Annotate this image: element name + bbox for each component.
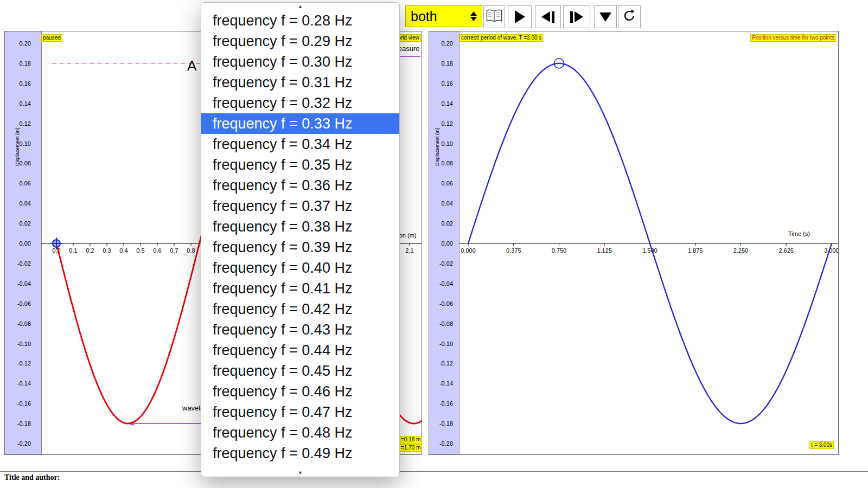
mode-select-value: both bbox=[411, 9, 437, 24]
time-badge: t = 3.00s bbox=[809, 441, 834, 449]
freq-option[interactable]: frequency f = 0.46 Hz bbox=[201, 381, 399, 402]
x-tick-label: 2.250 bbox=[733, 247, 749, 254]
freq-option[interactable]: frequency f = 0.31 Hz bbox=[201, 72, 399, 93]
x-tick-label: 0.750 bbox=[552, 247, 567, 254]
time-axis-label: Time (s) bbox=[788, 230, 810, 237]
y-tick-label: 0.04 bbox=[20, 200, 31, 207]
freq-option[interactable]: frequency f = 0.47 Hz bbox=[201, 402, 399, 422]
x-tick-label: 1.125 bbox=[597, 247, 612, 254]
y-tick-label: 0.00 bbox=[442, 240, 453, 247]
y-tick-label: -0.20 bbox=[439, 440, 453, 447]
freq-option[interactable]: frequency f = 0.39 Hz bbox=[201, 237, 399, 258]
x-tick-label: 0.375 bbox=[506, 247, 521, 254]
y-tick-label: 0.16 bbox=[20, 80, 31, 87]
y-tick-label: 0.14 bbox=[442, 100, 453, 107]
amplitude-readout-badge: =0.18 m bbox=[399, 436, 422, 444]
select-stepper-icon bbox=[470, 11, 477, 22]
y-tick-label: -0.16 bbox=[439, 400, 453, 407]
y-tick-label: -0.08 bbox=[439, 320, 453, 327]
play-icon bbox=[515, 10, 525, 23]
freq-option[interactable]: frequency f = 0.28 Hz bbox=[201, 10, 399, 31]
y-tick-label: 0.12 bbox=[442, 120, 453, 127]
y-tick-label: 0.06 bbox=[20, 180, 31, 187]
freq-option[interactable]: frequency f = 0.38 Hz bbox=[201, 216, 399, 237]
y-tick-label: 0.18 bbox=[442, 60, 453, 67]
freq-option[interactable]: frequency f = 0.40 Hz bbox=[201, 258, 399, 278]
book-icon bbox=[486, 9, 503, 25]
y-tick-label: 0.20 bbox=[442, 40, 453, 47]
x-tick-label: 0.4 bbox=[119, 247, 127, 254]
freq-option[interactable]: frequency f = 0.37 Hz bbox=[201, 196, 399, 216]
freq-option[interactable]: frequency f = 0.35 Hz bbox=[201, 155, 399, 175]
x-tick-label: 1.500 bbox=[642, 247, 658, 254]
step-forward-icon bbox=[575, 11, 583, 22]
x-tick-label: 0.7 bbox=[170, 247, 178, 254]
y-tick-label: -0.04 bbox=[17, 280, 31, 287]
play-button[interactable] bbox=[508, 5, 532, 28]
y-tick-label: -0.16 bbox=[17, 400, 31, 407]
x-tick-label: 1.875 bbox=[688, 247, 703, 254]
y-tick-label: 0.02 bbox=[442, 220, 453, 227]
freq-option[interactable]: frequency f = 0.30 Hz bbox=[201, 52, 399, 72]
graph-plot-svg: 0.0000.3750.7501.1251.5001.8752.2502.625… bbox=[429, 31, 838, 454]
x-tick-label: 2.1 bbox=[405, 247, 413, 254]
freq-option[interactable]: frequency f = 0.49 Hz bbox=[201, 443, 399, 464]
freq-option[interactable]: frequency f = 0.33 Hz bbox=[201, 113, 399, 134]
graph-title-badge: Position versus time for two points bbox=[750, 34, 836, 42]
y-tick-label: -0.08 bbox=[17, 320, 31, 327]
step-back-icon bbox=[541, 11, 550, 22]
paused-badge: paused bbox=[41, 34, 62, 42]
y-tick-label: 0.14 bbox=[20, 100, 31, 107]
y-tick-label: -0.10 bbox=[439, 341, 453, 347]
x-tick-label: 2.625 bbox=[778, 247, 794, 254]
wavelength-readout-badge: =1.70 m bbox=[399, 444, 422, 452]
x-tick-label: 0.5 bbox=[136, 247, 144, 254]
y-tick-label: 0.16 bbox=[442, 80, 453, 87]
freq-option[interactable]: frequency f = 0.43 Hz bbox=[201, 319, 399, 340]
freq-option[interactable]: frequency f = 0.36 Hz bbox=[201, 175, 399, 196]
freq-option[interactable]: frequency f = 0.48 Hz bbox=[201, 422, 399, 443]
step-back-button[interactable] bbox=[535, 5, 561, 28]
x-tick-label: 0.000 bbox=[461, 247, 476, 254]
freq-option[interactable]: frequency f = 0.45 Hz bbox=[201, 361, 399, 381]
freq-option[interactable]: frequency f = 0.44 Hz bbox=[201, 340, 399, 361]
y-tick-label: -0.06 bbox=[439, 300, 453, 307]
down-arrow-button[interactable] bbox=[594, 5, 617, 28]
y-tick-label: 0.10 bbox=[20, 140, 31, 147]
scroll-up-icon[interactable]: ▲ bbox=[201, 3, 399, 10]
scroll-down-icon[interactable]: ▼ bbox=[201, 469, 399, 477]
reset-button[interactable] bbox=[618, 5, 641, 28]
mode-select[interactable]: both bbox=[405, 5, 482, 27]
y-tick-label: 0.04 bbox=[442, 200, 453, 207]
freq-option[interactable]: frequency f = 0.41 Hz bbox=[201, 278, 399, 299]
y-tick-label: -0.06 bbox=[17, 300, 31, 307]
book-button[interactable] bbox=[483, 5, 505, 28]
y-tick-label: 0.10 bbox=[442, 140, 453, 147]
x-tick-label: 0.8 bbox=[187, 247, 195, 254]
freq-option[interactable]: frequency f = 0.32 Hz bbox=[201, 93, 399, 113]
freq-option[interactable]: frequency f = 0.29 Hz bbox=[201, 31, 399, 52]
y-tick-label: -0.10 bbox=[17, 341, 31, 347]
x-tick-label: 0.3 bbox=[103, 247, 111, 254]
freq-option[interactable]: frequency f = 0.42 Hz bbox=[201, 299, 399, 319]
down-triangle-icon bbox=[599, 12, 611, 22]
y-tick-label: -0.12 bbox=[17, 360, 31, 367]
position-time-panel: Displacement (m) 0.0000.3750.7501.1251.5… bbox=[429, 31, 839, 455]
y-tick-label: -0.14 bbox=[17, 380, 31, 387]
y-tick-label: -0.20 bbox=[17, 440, 31, 447]
y-tick-label: -0.12 bbox=[439, 360, 453, 367]
frequency-dropdown-menu[interactable]: ▲ frequency f = 0.28 Hzfrequency f = 0.2… bbox=[201, 2, 400, 477]
x-tick-label: 0.6 bbox=[153, 247, 161, 254]
x-tick-label: 0.2 bbox=[86, 247, 94, 254]
step-forward-button[interactable] bbox=[563, 5, 590, 28]
amplitude-label[interactable]: A bbox=[187, 57, 196, 74]
title-author-label: Title and author: bbox=[4, 473, 60, 482]
y-tick-label: -0.18 bbox=[439, 420, 453, 427]
y-tick-label: -0.14 bbox=[439, 380, 453, 387]
footer-divider bbox=[0, 471, 868, 472]
y-tick-label: 0.06 bbox=[442, 180, 453, 187]
y-tick-label: -0.02 bbox=[17, 260, 31, 267]
freq-option[interactable]: frequency f = 0.34 Hz bbox=[201, 134, 399, 155]
y-tick-label: -0.04 bbox=[439, 280, 453, 287]
y-tick-label: 0.12 bbox=[20, 120, 31, 127]
